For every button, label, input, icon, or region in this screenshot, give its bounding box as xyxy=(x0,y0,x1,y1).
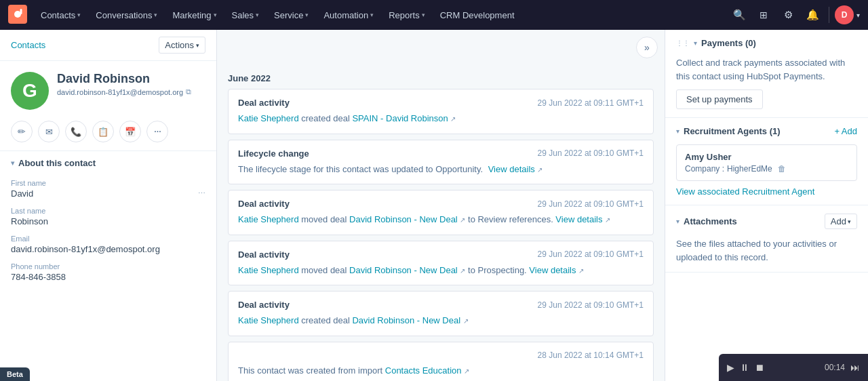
attachments-body: See the files attached to your activitie… xyxy=(665,237,868,272)
nav-item-service[interactable]: Service▾ xyxy=(267,0,315,30)
nav-item-automation[interactable]: Automation▾ xyxy=(317,0,380,30)
payments-section-header[interactable]: ⋮⋮ ▾ Payments (0) xyxy=(665,30,868,56)
nav-item-reports[interactable]: Reports▾ xyxy=(382,0,432,30)
email-value: david.robinson-81yf1x@demospot.org xyxy=(11,244,205,254)
activity-time-3: 29 Jun 2022 at 09:10 GMT+1 xyxy=(538,249,644,259)
first-name-edit-icon[interactable]: ⋯ xyxy=(198,189,205,198)
phone-value: 784-846-3858 xyxy=(11,272,205,282)
view-details-link-1[interactable]: View details xyxy=(488,164,535,174)
call-icon-btn[interactable]: 📞 xyxy=(65,121,87,142)
view-recruitment-agent-link[interactable]: View associated Recruitment Agent xyxy=(676,186,857,197)
contact-email-text: david.robinson-81yf1x@demospot.org xyxy=(57,88,183,96)
recruitment-caret: ▾ xyxy=(676,127,679,135)
phone-field: Phone number 784-846-3858 xyxy=(0,258,216,286)
actor-link-3[interactable]: Katie Shepherd xyxy=(238,265,299,275)
ext-icon-4: ↗ xyxy=(463,317,469,325)
attachments-caret: ▾ xyxy=(676,218,679,225)
activity-type-0: Deal activity xyxy=(238,98,290,108)
media-end-icon[interactable]: ⏭ xyxy=(850,362,860,373)
about-title: About this contact xyxy=(18,158,96,168)
attachments-section-header[interactable]: ▾ Attachments Add ▾ xyxy=(665,205,868,237)
meeting-icon-btn[interactable]: 📅 xyxy=(119,121,141,142)
activity-body-1: The lifecycle stage for this contact was… xyxy=(238,163,644,176)
user-avatar[interactable]: D xyxy=(835,5,854,24)
activity-card-3: Deal activity 29 Jun 2022 at 09:10 GMT+1… xyxy=(228,241,654,286)
media-play-icon[interactable]: ▶ xyxy=(727,362,734,373)
email-icon-btn[interactable]: ✉ xyxy=(38,121,60,142)
nav-item-marketing[interactable]: Marketing▾ xyxy=(165,0,223,30)
nav-item-contacts[interactable]: Contacts▾ xyxy=(34,0,87,30)
first-name-value: David ⋯ xyxy=(11,188,205,199)
activity-card-2: Deal activity 29 Jun 2022 at 09:10 GMT+1… xyxy=(228,190,654,235)
nav-divider xyxy=(829,7,829,23)
action-icons-bar: ✏ ✉ 📞 📋 📅 ··· xyxy=(0,121,216,151)
more-actions-icon-btn[interactable]: ··· xyxy=(146,121,168,142)
activity-type-1: Lifecycle change xyxy=(238,148,309,159)
media-stop-icon[interactable]: ⏹ xyxy=(755,362,764,373)
copy-email-icon[interactable]: ⧉ xyxy=(186,87,191,96)
activity-card-5: 28 Jun 2022 at 10:14 GMT+1 This contact … xyxy=(228,342,654,382)
activity-body-4: Katie Shepherd created deal David Robins… xyxy=(238,314,644,327)
marketplace-icon-btn[interactable]: ⊞ xyxy=(753,4,774,26)
agent-company-name: HigherEdMe xyxy=(727,164,772,174)
payments-caret: ⋮⋮ xyxy=(676,39,690,47)
settings-icon-btn[interactable]: ⚙ xyxy=(777,4,799,26)
actions-button[interactable]: Actions ▾ xyxy=(159,37,205,54)
actor-link-4[interactable]: Katie Shepherd xyxy=(238,315,299,325)
svg-rect-2 xyxy=(20,9,22,14)
nav-user-chevron[interactable]: ▾ xyxy=(856,12,860,19)
view-details-link-2[interactable]: View details xyxy=(555,214,602,224)
notifications-icon-btn[interactable]: 🔔 xyxy=(802,4,823,26)
nav-item-crm-development[interactable]: CRM Development xyxy=(433,0,521,30)
agent-delete-icon[interactable]: 🗑 xyxy=(778,164,786,174)
activity-card-0: Deal activity 29 Jun 2022 at 09:11 GMT+1… xyxy=(228,89,654,134)
activity-body-5: This contact was created from import Con… xyxy=(238,364,644,378)
attachments-add-btn[interactable]: Add ▾ xyxy=(825,214,857,229)
nav-item-chevron-3: ▾ xyxy=(256,12,259,18)
agent-company-label: Company : xyxy=(685,164,724,174)
contact-avatar: G xyxy=(11,72,49,110)
deal-link-2[interactable]: David Robinson - New Deal xyxy=(349,214,458,224)
first-name-field: First name David ⋯ xyxy=(0,175,216,203)
note-icon-btn[interactable]: ✏ xyxy=(11,121,33,142)
beta-badge[interactable]: Beta xyxy=(0,367,30,381)
actor-link-0[interactable]: Katie Shepherd xyxy=(238,113,299,123)
contacts-breadcrumb-link[interactable]: Contacts xyxy=(11,40,45,50)
view-details-link-3[interactable]: View details xyxy=(529,265,576,275)
nav-item-chevron-5: ▾ xyxy=(370,12,374,18)
nav-icons: 🔍 ⊞ ⚙ 🔔 D ▾ xyxy=(728,4,860,26)
media-pause-icon[interactable]: ⏸ xyxy=(740,362,749,373)
about-caret: ▾ xyxy=(11,159,14,167)
payments-section: ⋮⋮ ▾ Payments (0) Collect and track paym… xyxy=(665,30,868,118)
nav-item-chevron-6: ▾ xyxy=(422,12,425,18)
search-icon-btn[interactable]: 🔍 xyxy=(728,4,750,26)
contact-email-display: david.robinson-81yf1x@demospot.org ⧉ xyxy=(57,87,191,96)
left-header: Contacts Actions ▾ xyxy=(0,30,216,61)
expand-panel-btn[interactable]: » xyxy=(636,37,658,58)
nav-items: Contacts▾Conversations▾Marketing▾Sales▾S… xyxy=(34,0,521,30)
nav-item-sales[interactable]: Sales▾ xyxy=(225,0,267,30)
nav-item-conversations[interactable]: Conversations▾ xyxy=(89,0,164,30)
setup-payments-button[interactable]: Set up payments xyxy=(676,89,763,109)
deal-link-4[interactable]: David Robinson - New Deal xyxy=(352,315,460,325)
recruitment-section: ▾ Recruitment Agents (1) + Add Amy Usher… xyxy=(665,118,868,205)
deal-link-3[interactable]: David Robinson - New Deal xyxy=(349,265,458,275)
phone-label: Phone number xyxy=(11,262,205,270)
recruitment-add-link[interactable]: + Add xyxy=(834,126,857,136)
about-section-toggle[interactable]: ▾ About this contact xyxy=(0,151,216,175)
hubspot-logo[interactable] xyxy=(8,5,27,26)
activity-time-4: 29 Jun 2022 at 09:10 GMT+1 xyxy=(538,300,644,310)
nav-item-chevron-2: ▾ xyxy=(214,12,217,18)
nav-item-chevron-4: ▾ xyxy=(305,12,309,18)
activity-card-4: Deal activity 29 Jun 2022 at 09:10 GMT+1… xyxy=(228,291,654,336)
activity-time-1: 29 Jun 2022 at 09:10 GMT+1 xyxy=(538,148,644,158)
import-link-5[interactable]: Contacts Education xyxy=(385,365,462,376)
attachments-title: Attachments xyxy=(684,216,821,226)
recruitment-section-header[interactable]: ▾ Recruitment Agents (1) + Add xyxy=(665,118,868,144)
actor-link-2[interactable]: Katie Shepherd xyxy=(238,214,299,224)
left-panel: Contacts Actions ▾ G David Robinson davi… xyxy=(0,30,217,381)
middle-panel: » June 2022 Deal activity 29 Jun 2022 at… xyxy=(217,30,665,381)
task-icon-btn[interactable]: 📋 xyxy=(92,121,114,142)
deal-link-0[interactable]: SPAIN - David Robinson xyxy=(352,113,448,123)
actions-label: Actions xyxy=(165,40,194,50)
